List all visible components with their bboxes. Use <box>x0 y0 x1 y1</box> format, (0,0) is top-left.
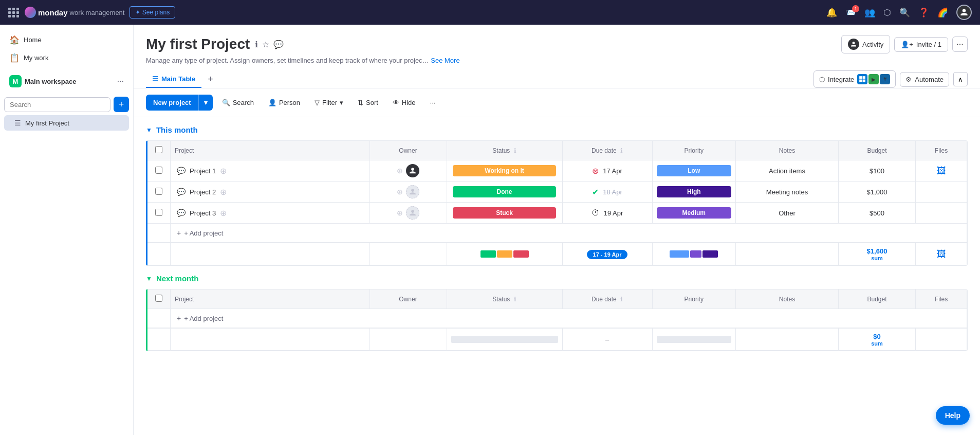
people-icon[interactable]: 👥 <box>864 7 875 18</box>
row1-due: ⊗ 17 Apr <box>563 160 653 182</box>
row1-due-date: 17 Apr <box>603 167 622 175</box>
colorful-icon[interactable]: 🌈 <box>937 7 948 18</box>
row1-files[interactable]: 🖼 <box>916 160 967 182</box>
integrate-icon: ⬡ <box>819 76 825 83</box>
automate-button[interactable]: ⚙ Automate <box>900 72 949 87</box>
this-month-arrow: ▼ <box>146 126 152 134</box>
sidebar-home-label: Home <box>24 36 42 44</box>
filter-toolbar-button[interactable]: ▽ Filter ▾ <box>309 96 348 110</box>
new-project-dropdown[interactable]: ▾ <box>198 95 213 111</box>
th-owner: Owner <box>370 141 447 160</box>
tab-main-table[interactable]: ☰ Main Table <box>146 71 201 88</box>
row2-checkbox[interactable] <box>155 188 162 195</box>
row3-check[interactable] <box>147 203 171 224</box>
summary-files[interactable]: 🖼 <box>916 243 967 265</box>
help-button[interactable]: Help <box>936 406 970 425</box>
svg-rect-0 <box>860 76 862 79</box>
automate-label: Automate <box>915 76 944 83</box>
apps-grid-icon[interactable] <box>8 8 20 17</box>
logo-sub: work management <box>70 9 125 16</box>
notifications-icon[interactable]: 🔔 <box>826 7 837 18</box>
swatch-high <box>702 250 718 258</box>
add-project-label: + Add project <box>184 229 223 237</box>
row1-checkbox[interactable] <box>155 167 162 174</box>
search-icon[interactable]: 🔍 <box>899 7 910 18</box>
row1-priority[interactable]: Low <box>653 160 736 182</box>
collapse-button[interactable]: ∧ <box>953 72 968 86</box>
th-check <box>147 141 171 160</box>
row2-priority[interactable]: High <box>653 182 736 203</box>
row2-status[interactable]: Done <box>447 182 563 203</box>
integrate-button[interactable]: ⬡ Integrate ▶ # <box>813 70 896 88</box>
sidebar-search-input[interactable] <box>4 97 110 112</box>
next-budget-total: $0 <box>839 333 915 340</box>
user-avatar[interactable] <box>956 5 972 20</box>
more-toolbar-button[interactable]: ··· <box>425 96 441 110</box>
person-toolbar-button[interactable]: 👤 Person <box>263 96 305 110</box>
row2-files <box>916 182 967 203</box>
row2-owner-add[interactable]: ⊕ <box>397 188 403 196</box>
new-project-button[interactable]: New project ▾ <box>146 95 213 111</box>
activity-button[interactable]: Activity <box>841 35 890 53</box>
apps-icon[interactable]: ⬡ <box>883 7 891 18</box>
this-month-header[interactable]: ▼ This month <box>146 125 968 134</box>
sidebar-workspace-header[interactable]: M Main workspace ··· <box>4 71 129 92</box>
add-project-cell[interactable]: + + Add project <box>171 224 967 243</box>
add-project-row[interactable]: + + Add project <box>147 224 967 243</box>
row3-checkbox[interactable] <box>155 209 162 216</box>
logo: monday work management <box>25 7 124 18</box>
row3-budget: $500 <box>839 203 916 224</box>
workspace-more-icon[interactable]: ··· <box>117 77 124 86</box>
page-more-button[interactable]: ··· <box>952 37 968 52</box>
row3-priority[interactable]: Medium <box>653 203 736 224</box>
help-icon[interactable]: ❓ <box>918 7 929 18</box>
tab-main-table-label: Main Table <box>161 75 195 83</box>
table-row: 💬 Project 1 ⊕ ⊕ <box>147 160 967 182</box>
row3-due-date: 19 Apr <box>604 209 623 217</box>
row1-notes: Action items <box>736 160 839 182</box>
row3-owner-add[interactable]: ⊕ <box>397 209 403 217</box>
row1-add-icon[interactable]: ⊕ <box>220 166 227 176</box>
row3-status[interactable]: Stuck <box>447 203 563 224</box>
inbox-icon[interactable]: 📨 1 <box>845 7 856 18</box>
next-add-project-cell[interactable]: + + Add project <box>171 309 967 328</box>
sidebar-item-home[interactable]: 🏠 Home <box>4 31 129 49</box>
summary-files-icon[interactable]: 🖼 <box>937 249 946 259</box>
sidebar-item-board[interactable]: ☰ My first Project <box>4 115 129 131</box>
nth-files: Files <box>916 289 967 309</box>
th-status: Status ℹ <box>447 141 563 160</box>
row2-chat-icon[interactable]: 💬 <box>177 188 186 196</box>
nth-project: Project <box>171 289 370 309</box>
select-all-checkbox[interactable] <box>155 146 162 153</box>
star-icon[interactable]: ☆ <box>262 40 269 49</box>
row2-add-icon[interactable]: ⊕ <box>220 187 227 197</box>
invite-button[interactable]: 👤+ Invite / 1 <box>894 37 948 52</box>
see-more-link[interactable]: See More <box>431 57 459 64</box>
row2-check[interactable] <box>147 182 171 203</box>
hide-toolbar-button[interactable]: 👁 Hide <box>387 96 421 110</box>
info-icon[interactable]: ℹ <box>255 40 258 49</box>
tab-add-button[interactable]: + <box>204 72 217 87</box>
summary-budget-total: $1,600 <box>839 247 915 255</box>
new-project-main-label: New project <box>146 95 198 111</box>
row1-chat-icon[interactable]: 💬 <box>177 167 186 175</box>
row1-notes-text: Action items <box>769 167 805 175</box>
sidebar-add-button[interactable]: + <box>114 97 129 112</box>
row3-add-icon[interactable]: ⊕ <box>220 208 227 218</box>
summary-notes <box>736 243 839 265</box>
row1-check[interactable] <box>147 160 171 182</box>
sidebar-item-mywork[interactable]: 📋 My work <box>4 49 129 67</box>
next-select-all[interactable] <box>155 295 162 302</box>
row3-priority-badge: Medium <box>657 207 731 219</box>
search-toolbar-button[interactable]: 🔍 Search <box>217 96 259 110</box>
sort-toolbar-button[interactable]: ⇅ Sort <box>353 96 383 110</box>
chat-bubble-icon[interactable]: 💬 <box>273 40 284 49</box>
row1-owner-add[interactable]: ⊕ <box>397 167 403 175</box>
row3-chat-icon[interactable]: 💬 <box>177 209 186 217</box>
row1-status[interactable]: Working on it <box>447 160 563 182</box>
next-month-header[interactable]: ▼ Next month <box>146 274 968 283</box>
integrate-apps: ▶ # <box>857 74 890 84</box>
workspace-letter: M <box>9 75 22 87</box>
see-plans-button[interactable]: ✦ See plans <box>130 6 175 19</box>
next-add-project-row[interactable]: + + Add project <box>147 309 967 328</box>
